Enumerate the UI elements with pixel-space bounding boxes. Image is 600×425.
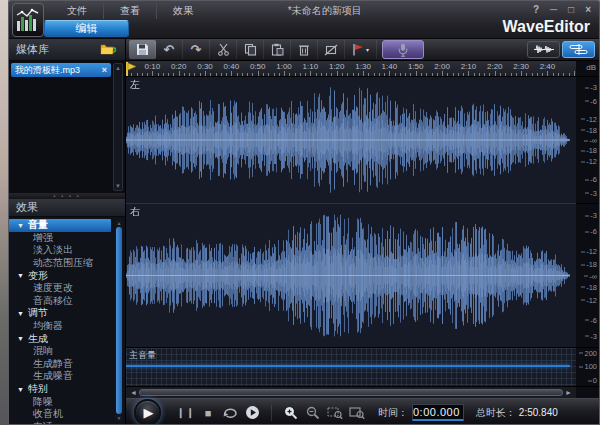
close-button[interactable]: × [585, 4, 591, 16]
ruler-tick [405, 73, 406, 76]
menu-file[interactable]: 文件 [51, 3, 104, 19]
ruler-tick [437, 73, 438, 76]
tab-edit[interactable]: 编辑 [44, 20, 129, 37]
left-channel-track[interactable]: 左 [126, 77, 576, 204]
effect-category[interactable]: ▼变形 [9, 269, 111, 282]
ruler-time-label: 2:20 [487, 62, 503, 71]
undo-button[interactable]: ↶ [156, 40, 183, 59]
marker-button[interactable]: ▾ [345, 40, 377, 59]
ruler-tick [479, 73, 480, 76]
effect-item[interactable]: 收音机 [9, 408, 111, 421]
stop-button[interactable]: ■ [197, 403, 219, 423]
timeline-ruler[interactable]: 0:100:200:300:400:501:001:101:201:301:40… [126, 61, 576, 77]
record-button[interactable] [382, 40, 424, 59]
collapse-triangle-icon[interactable]: ▼ [17, 310, 24, 317]
scale-label: -∞ [584, 271, 597, 280]
effect-item[interactable]: 混响 [9, 345, 111, 358]
maximize-button[interactable]: □ [568, 4, 574, 16]
effect-category[interactable]: ▼音量 [9, 219, 111, 232]
scroll-left-icon[interactable]: ◄ [128, 388, 139, 397]
ruler-tick [432, 73, 433, 76]
import-folder-icon[interactable] [100, 43, 118, 56]
zoom-in-button[interactable] [280, 403, 302, 423]
ruler-tick [252, 73, 253, 76]
effect-item[interactable]: 动态范围压缩 [9, 257, 111, 270]
zoom-out-button[interactable] [302, 403, 324, 423]
trim-button[interactable] [318, 40, 345, 59]
delete-button[interactable] [291, 40, 318, 59]
copy-button[interactable] [237, 40, 264, 59]
right-channel-label: 右 [130, 205, 140, 219]
left-channel-waveform[interactable] [126, 77, 576, 203]
effect-category[interactable]: ▼调节 [9, 307, 111, 320]
play-selection-button[interactable] [241, 403, 263, 423]
transport-bar: ▶ ❙❙ ■ [126, 398, 599, 425]
ruler-time-label: 0:40 [224, 62, 240, 71]
total-duration-value: 2:50.840 [519, 407, 558, 418]
scroll-up-icon[interactable]: ▲ [115, 220, 123, 226]
play-button[interactable]: ▶ [134, 399, 161, 425]
collapse-triangle-icon[interactable]: ▼ [17, 335, 24, 342]
effect-item[interactable]: 速度更改 [9, 282, 111, 295]
master-volume-track[interactable]: 主音量 [126, 348, 576, 387]
hscroll-thumb[interactable] [139, 389, 563, 396]
ruler-tick [179, 71, 180, 76]
paste-button[interactable] [264, 40, 291, 59]
right-db-scale: -3-6-12-18-∞-18-12-6-3 [576, 204, 599, 348]
waveform-view-icon [533, 44, 555, 55]
effect-item[interactable]: 降噪 [9, 395, 111, 408]
right-channel-waveform[interactable] [126, 204, 576, 347]
effect-item[interactable]: 生成噪音 [9, 370, 111, 383]
master-volume-envelope[interactable] [126, 365, 570, 367]
collapse-triangle-icon[interactable]: ▼ [17, 222, 24, 229]
horizontal-scrollbar[interactable]: ◄ ► [126, 387, 576, 398]
redo-button[interactable]: ↷ [183, 40, 210, 59]
collapse-triangle-icon[interactable]: ▼ [17, 386, 24, 393]
remove-media-icon[interactable]: × [102, 65, 107, 75]
minimize-button[interactable]: ─ [550, 4, 557, 16]
collapse-triangle-icon[interactable]: ▼ [17, 272, 24, 279]
right-channel-track[interactable]: 右 [126, 204, 576, 348]
media-scrollbar[interactable]: ▲ ▼ [113, 63, 123, 191]
effect-item[interactable]: 淡入淡出 [9, 244, 111, 257]
effect-item[interactable]: 增强 [9, 232, 111, 245]
save-button[interactable] [129, 40, 156, 59]
master-volume-label: 主音量 [129, 349, 156, 362]
zoom-all-button[interactable] [346, 403, 368, 423]
effect-item[interactable]: 生成静音 [9, 358, 111, 371]
scroll-right-icon[interactable]: ► [563, 388, 574, 397]
menu-view[interactable]: 查看 [104, 3, 157, 19]
loop-button[interactable] [219, 403, 241, 423]
scroll-down-icon[interactable]: ▼ [115, 182, 121, 190]
ruler-time-label: 2:40 [540, 62, 556, 71]
ruler-tick [500, 73, 501, 76]
media-item-selected[interactable]: 我的滑板鞋.mp3 × [11, 63, 111, 77]
multitrack-view-button[interactable] [562, 41, 595, 58]
scroll-down-icon[interactable]: ▼ [115, 415, 123, 421]
waveform-view-button[interactable] [527, 41, 560, 58]
effect-category[interactable]: ▼特别 [9, 383, 111, 396]
app-icon[interactable] [12, 3, 44, 37]
screen: 文件查看效果 *未命名的新项目 ? ─ □ × 编辑 WaveEditor 媒体… [0, 0, 600, 425]
time-display[interactable]: 0:00.000 [412, 404, 464, 421]
marker-dropdown-icon[interactable]: ▾ [366, 46, 369, 53]
pause-button[interactable]: ❙❙ [175, 403, 197, 423]
scale-label: 100 [579, 362, 597, 371]
cut-button[interactable] [210, 40, 237, 59]
scroll-up-icon[interactable]: ▲ [115, 64, 121, 72]
scale-label: -12 [581, 247, 597, 256]
effects-scrollbar[interactable]: ▲ ▼ [115, 219, 123, 422]
effect-item[interactable]: 均衡器 [9, 320, 111, 333]
ruler-time-label: 2:00 [434, 62, 450, 71]
ruler-tick [258, 71, 259, 76]
effects-scrollbar-thumb[interactable] [116, 227, 122, 414]
zoom-selection-button[interactable] [324, 403, 346, 423]
scale-label: 200 [579, 348, 597, 357]
trim-icon [324, 44, 338, 56]
ruler-tick [152, 71, 153, 76]
help-button[interactable]: ? [533, 4, 539, 16]
ruler-tick [416, 71, 417, 76]
effect-category[interactable]: ▼生成 [9, 332, 111, 345]
menu-effects[interactable]: 效果 [157, 3, 209, 19]
effect-item[interactable]: 音高移位 [9, 295, 111, 308]
